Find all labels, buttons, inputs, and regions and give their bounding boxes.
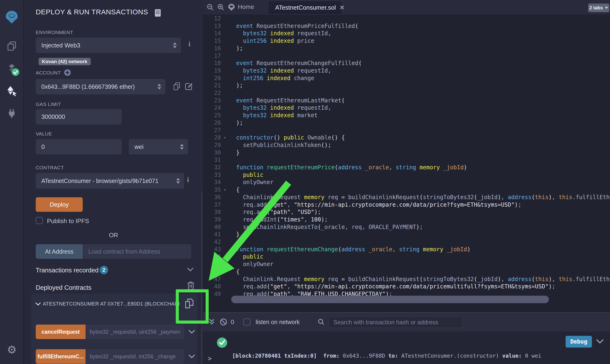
deployed-contracts-label: Deployed Contracts [36, 284, 92, 291]
account-select[interactable]: 0x643...9F88D (1.666673996 ether) [36, 79, 165, 94]
code-line-26: 26); [203, 119, 610, 127]
line-number: 22 [203, 89, 221, 97]
tab-atestnetconsumer[interactable]: ATestnetConsumer.sol ✕ [268, 1, 342, 14]
clear-console-icon[interactable] [219, 318, 227, 326]
code-line-40: 40 sendChainlinkRequestTo(_oracle, req, … [203, 223, 610, 231]
code-line-12: 12 [203, 15, 610, 22]
line-number: 36 [203, 194, 221, 201]
terminal-search-input[interactable] [329, 317, 463, 328]
expand-function-icon[interactable] [188, 349, 195, 364]
contract-value: ATestnetConsumer - browser/gists/9b71e07… [41, 178, 158, 184]
code-line-22: 22 [203, 89, 610, 97]
line-number: 44 [203, 253, 221, 260]
expand-terminal-icon[interactable] [208, 318, 215, 326]
close-tab-icon[interactable]: ✕ [340, 4, 345, 11]
code-line-33: 33 public [203, 171, 610, 179]
code-fold-icon[interactable]: ▾ [224, 268, 226, 275]
add-account-icon[interactable] [64, 69, 71, 76]
code-line-18: 18event RequestEthereumChangeFulfilled( [203, 59, 610, 67]
at-address-input[interactable] [83, 244, 191, 259]
code-line-32: 32function requestEthereumPrice(address … [203, 164, 610, 171]
spinner-icon [173, 42, 177, 48]
line-number: 12 [203, 15, 221, 22]
at-address-button[interactable]: At Address [36, 244, 83, 259]
code-fold-icon[interactable]: ▾ [224, 134, 226, 141]
code-fold-icon[interactable]: ▾ [224, 186, 226, 194]
expand-log-icon[interactable] [596, 339, 604, 344]
function-button-cancelrequest[interactable]: cancelRequest [36, 325, 86, 339]
terminal-prompt[interactable]: > [208, 355, 212, 362]
home-tab-icon[interactable] [227, 3, 236, 11]
function-params-input[interactable] [86, 349, 184, 364]
publish-ipfs-label: Publish to IPFS [47, 218, 89, 225]
code-line-19: 19 bytes32 indexed requestId, [203, 67, 610, 75]
settings-icon[interactable]: ⚙ [0, 344, 24, 355]
debug-button[interactable]: Debug [566, 336, 592, 348]
file-explorer-icon[interactable] [0, 41, 24, 51]
code-line-23: 23event RequestEthereumLastMarket( [203, 97, 610, 104]
remix-logo[interactable] [0, 10, 24, 25]
line-number: 31 [203, 156, 221, 164]
gas-limit-input[interactable] [36, 109, 122, 124]
transaction-log[interactable]: [block:20780401 txIndex:0] from: 0x643..… [232, 336, 541, 364]
code-line-37: 37 req.add("get", "https://min-api.crypt… [203, 201, 610, 208]
edit-account-icon[interactable] [185, 82, 193, 90]
function-params-input[interactable] [86, 325, 184, 339]
code-line-24: 24 bytes32 indexed requestId, [203, 104, 610, 112]
code-line-43: 43function requestEthereumChange(address… [203, 246, 610, 253]
copy-contract-address-icon[interactable] [184, 298, 194, 310]
code-line-42: 42 [203, 238, 610, 246]
terminal: 0 listen on network [block:20780401 txIn… [203, 312, 610, 364]
zoom-out-icon[interactable] [207, 3, 214, 11]
icon-rail: ⚙ [0, 0, 24, 364]
spinner-icon [180, 144, 184, 150]
value-unit: wei [134, 143, 144, 151]
function-button-fulfillethereumchange[interactable]: fulfillEthereumC... [36, 349, 86, 364]
line-number: 15 [203, 37, 221, 45]
copy-account-icon[interactable] [173, 82, 180, 91]
pending-tx-count: 0 [231, 318, 234, 326]
code-line-20: 20 int256 indexed change [203, 75, 610, 82]
deploy-run-icon[interactable] [0, 86, 24, 97]
remix-ide-window: ⚙ DEPLOY & RUN TRANSACTIONS ENVIRONMENT … [0, 0, 610, 364]
transactions-collapse-icon[interactable] [187, 267, 194, 272]
plugin-manager-icon[interactable] [0, 108, 24, 119]
line-number: 41 [203, 231, 221, 238]
line-number: 14 [203, 30, 221, 37]
value-unit-select[interactable]: wei [129, 139, 188, 155]
line-number: 28 [203, 134, 221, 141]
line-number: 13 [203, 22, 221, 30]
clear-deployed-trash-icon[interactable] [186, 281, 195, 291]
line-number: 42 [203, 238, 221, 246]
deploy-button[interactable]: Deploy [36, 197, 83, 212]
code-line-38: 38 req.add("path", "USD"); [203, 208, 610, 216]
docs-icon[interactable] [155, 9, 161, 17]
code-line-34: 34 onlyOwner [203, 179, 610, 186]
panel-scrollbar[interactable] [201, 191, 202, 364]
code-line-46: 46▾{ [203, 268, 610, 275]
line-number: 19 [203, 67, 221, 75]
contract-info-icon[interactable]: i [187, 176, 189, 184]
tab-home[interactable]: Home [238, 3, 254, 11]
gas-limit-label: GAS LIMIT [36, 102, 61, 107]
publish-ipfs-checkbox[interactable] [36, 217, 43, 224]
or-divider: OR [40, 232, 186, 239]
line-number: 21 [203, 82, 221, 89]
expand-function-icon[interactable] [188, 325, 195, 339]
terminal-toolbar: 0 listen on network [203, 313, 610, 332]
environment-info-icon[interactable]: i [188, 40, 190, 48]
deployed-contract-title[interactable]: ATESTNETCONSUMER AT 0X7E7...E80D1 (BLOCK… [43, 301, 180, 307]
environment-select[interactable]: Injected Web3 [36, 38, 181, 53]
value-input[interactable] [36, 139, 122, 155]
line-number: 17 [203, 52, 221, 60]
code-editor[interactable]: 1213event RequestEthereumPriceFulfilled(… [203, 15, 610, 312]
tabs-menu-button[interactable]: 2 tabs [588, 3, 609, 12]
listen-network-checkbox[interactable] [243, 318, 251, 325]
line-number: 40 [203, 223, 221, 231]
log-line-1: [block:20780401 txIndex:0] from: 0x643..… [232, 352, 541, 360]
zoom-in-icon[interactable] [217, 3, 225, 11]
horizontal-scrollbar[interactable] [231, 296, 549, 303]
contract-select[interactable]: ATestnetConsumer - browser/gists/9b71e07… [36, 173, 184, 189]
deploy-run-panel: DEPLOY & RUN TRANSACTIONS ENVIRONMENT In… [24, 0, 203, 364]
contract-expand-icon[interactable] [35, 302, 41, 306]
